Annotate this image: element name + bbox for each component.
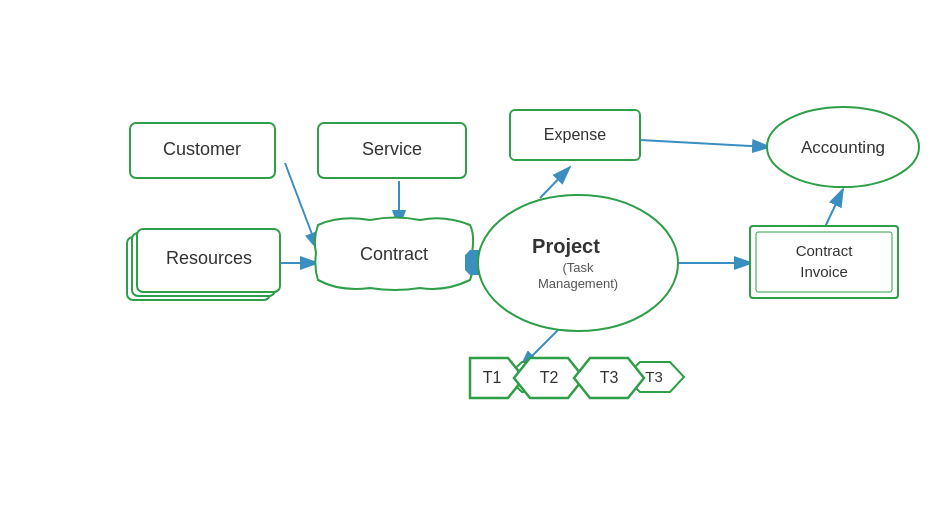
contract-invoice-label2: Invoice (800, 263, 848, 280)
flow-diagram: Customer Service Resources Contract Proj… (0, 0, 930, 522)
arrow-customer-contract (285, 163, 318, 250)
resources-label: Resources (166, 248, 252, 268)
project-label: Project (532, 235, 600, 257)
arrow-invoice-accounting (824, 189, 843, 229)
service-label: Service (362, 139, 422, 159)
t3-text: T3 (600, 369, 619, 386)
accounting-label: Accounting (801, 138, 885, 157)
t3-label: T3 (645, 368, 663, 385)
contract-invoice-inner (756, 232, 892, 292)
project-sublabel2: Management) (538, 276, 618, 291)
arrow-project-expense (540, 167, 570, 198)
t1-text: T1 (483, 369, 502, 386)
contract-label: Contract (360, 244, 428, 264)
t2-text: T2 (540, 369, 559, 386)
project-sublabel: (Task (562, 260, 594, 275)
customer-label: Customer (163, 139, 241, 159)
contract-invoice-label1: Contract (796, 242, 854, 259)
arrow-expense-accounting (640, 140, 770, 147)
expense-label: Expense (544, 126, 606, 143)
